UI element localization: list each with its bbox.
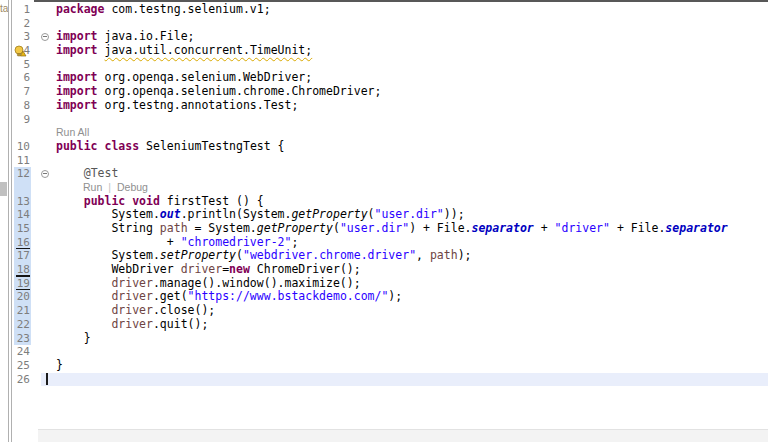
code-line: 6import org.openqa.selenium.WebDriver;: [12, 71, 768, 85]
codelens-row: Run|Debug: [12, 181, 768, 195]
code-token: = System.: [188, 221, 257, 235]
code-token: org.openqa.selenium.chrome.ChromeDriver;: [98, 84, 382, 98]
code-line: 21 driver.close();: [12, 304, 768, 318]
code-token: ));: [444, 207, 465, 221]
line-number: 12: [12, 167, 31, 181]
code-line-content[interactable]: import org.testng.annotations.Test;: [31, 99, 768, 113]
code-line: 3import java.io.File;: [12, 30, 768, 44]
code-token: WebDriver: [56, 262, 181, 276]
code-token: System.: [56, 207, 160, 221]
code-line-content[interactable]: WebDriver driver=new ChromeDriver();: [31, 263, 768, 277]
code-line-content[interactable]: [31, 113, 768, 127]
code-token: ChromeDriver();: [250, 262, 361, 276]
line-number: 10: [12, 140, 31, 154]
line-number: 25: [12, 359, 31, 373]
code-line: 10public class SeleniumTestngTest {: [12, 140, 768, 154]
code-line-content[interactable]: [31, 58, 768, 72]
line-number: 23: [12, 332, 31, 346]
codelens-separator: |: [108, 181, 111, 193]
code-line-content[interactable]: package com.testng.selenium.v1;: [31, 3, 768, 17]
code-token: path: [430, 248, 458, 262]
code-line-content[interactable]: import org.openqa.selenium.WebDriver;: [31, 71, 768, 85]
code-token: "driver": [555, 221, 610, 235]
code-line-content[interactable]: import java.io.File;: [31, 30, 768, 44]
code-line: 9: [12, 113, 768, 127]
line-number: 1: [12, 3, 31, 17]
fold-collapse-icon[interactable]: [41, 170, 49, 178]
code-line-content[interactable]: driver.quit();: [31, 318, 768, 332]
code-line: 22 driver.quit();: [12, 318, 768, 332]
code-token: "https://www.bstackdemo.com/": [188, 289, 389, 303]
code-token: ,: [416, 248, 430, 262]
codelens-debug-link[interactable]: Debug: [117, 181, 148, 193]
code-token: .get(: [153, 289, 188, 303]
code-token: +: [56, 235, 181, 249]
code-line-content[interactable]: public class SeleniumTestngTest {: [31, 140, 768, 154]
codelens-content[interactable]: Run All: [31, 126, 768, 140]
code-token: out: [160, 207, 181, 221]
code-token: import: [56, 70, 98, 84]
code-line-content[interactable]: [31, 345, 768, 359]
code-token: package: [56, 2, 104, 16]
code-area[interactable]: 1package com.testng.selenium.v1;23import…: [12, 3, 768, 386]
code-line: 2: [12, 17, 768, 31]
code-line-content[interactable]: @Test: [31, 167, 768, 181]
code-token: setProperty: [160, 248, 236, 262]
line-number: 4: [12, 44, 31, 58]
code-line: 14 System.out.println(System.getProperty…: [12, 208, 768, 222]
code-line: 20 driver.get("https://www.bstackdemo.co…: [12, 290, 768, 304]
line-number: 3: [12, 30, 31, 44]
bottom-panel-strip: [38, 429, 768, 442]
code-line-content[interactable]: [31, 373, 768, 387]
code-token: "user.dir": [375, 207, 444, 221]
code-token: getProperty: [257, 221, 333, 235]
line-number: [12, 181, 31, 195]
code-line-content[interactable]: import org.openqa.selenium.chrome.Chrome…: [31, 85, 768, 99]
code-line: 7import org.openqa.selenium.chrome.Chrom…: [12, 85, 768, 99]
code-line-content[interactable]: [31, 154, 768, 168]
code-token: public: [84, 194, 126, 208]
code-line-content[interactable]: driver.get("https://www.bstackdemo.com/"…: [31, 290, 768, 304]
code-token: separator: [665, 221, 727, 235]
code-line: 1package com.testng.selenium.v1;: [12, 3, 768, 17]
code-token: (: [333, 221, 340, 235]
code-line-content[interactable]: driver.manage().window().maximize();: [31, 277, 768, 291]
code-line-content[interactable]: [31, 17, 768, 31]
code-line-content[interactable]: }: [31, 332, 768, 346]
codelens-content[interactable]: Run|Debug: [31, 181, 768, 195]
codelens-run-all-link[interactable]: Run All: [56, 126, 89, 138]
code-token: [56, 194, 84, 208]
codelens-run-link[interactable]: Run: [83, 181, 102, 193]
code-token: "webdriver.chrome.driver": [243, 248, 416, 262]
code-line-content[interactable]: System.setProperty("webdriver.chrome.dri…: [31, 249, 768, 263]
left-panel-scrollbar-thumb[interactable]: [0, 182, 7, 196]
code-token: [56, 303, 111, 317]
code-line-content[interactable]: import java.util.concurrent.TimeUnit;: [31, 44, 768, 58]
codelens-row: Run All: [12, 126, 768, 140]
line-number: 9: [12, 113, 31, 127]
code-token: [56, 166, 84, 180]
code-token: void: [132, 194, 160, 208]
line-number: 7: [12, 85, 31, 99]
line-number: 17: [12, 249, 31, 263]
code-line-content[interactable]: String path = System.getProperty("user.d…: [31, 222, 768, 236]
code-token: java.util.concurrent.TimeUnit;: [104, 43, 312, 57]
text-caret: [46, 373, 48, 385]
code-line-content[interactable]: }: [31, 359, 768, 373]
code-token: .quit();: [153, 317, 208, 331]
code-line: 12 @Test: [12, 167, 768, 181]
code-token: .println(System.: [181, 207, 292, 221]
code-token: );: [388, 289, 402, 303]
code-line: 26: [12, 373, 768, 387]
code-token: driver: [111, 303, 153, 317]
code-line-content[interactable]: driver.close();: [31, 304, 768, 318]
code-line-content[interactable]: + "chromedriver-2";: [31, 236, 768, 250]
code-token: class: [104, 139, 139, 153]
code-token: driver: [111, 276, 153, 290]
code-token: .manage().window().maximize();: [153, 276, 361, 290]
code-token: org.testng.annotations.Test;: [98, 98, 299, 112]
fold-collapse-icon[interactable]: [41, 33, 49, 41]
code-line-content[interactable]: System.out.println(System.getProperty("u…: [31, 208, 768, 222]
code-line-content[interactable]: public void firstTest () {: [31, 195, 768, 209]
code-token: [56, 289, 111, 303]
